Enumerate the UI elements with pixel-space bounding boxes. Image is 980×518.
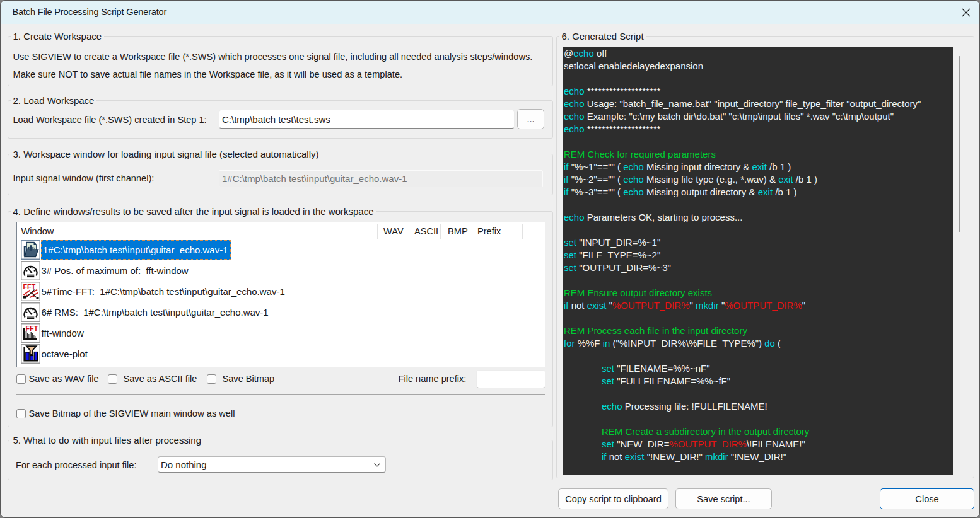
svg-text:FFT: FFT xyxy=(23,282,36,290)
svg-text:FFT: FFT xyxy=(26,324,38,331)
